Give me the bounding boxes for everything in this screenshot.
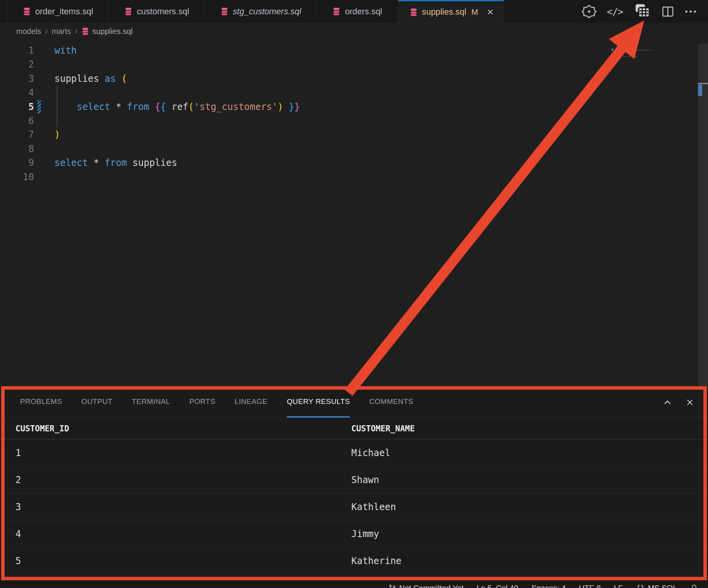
code-line-3: supplies as (	[54, 72, 300, 86]
results-table-body: 1Michael2Shawn3Kathleen4Jimmy5Katherine	[0, 439, 708, 574]
overview-ruler-modified-mark	[698, 84, 702, 96]
cell-customer-name: Michael	[351, 448, 708, 458]
cell-customer-name: Shawn	[351, 475, 708, 485]
code-line-10	[54, 170, 300, 184]
dbt-icon[interactable]	[581, 4, 597, 19]
status-label: Ln 5, Col 40	[477, 584, 518, 588]
modified-badge: M	[471, 7, 478, 17]
breadcrumb-item-file[interactable]: supplies.sql	[81, 27, 133, 36]
line-number: 8	[0, 142, 34, 156]
editor-toolbar: </>	[577, 0, 708, 23]
table-row[interactable]: 3Kathleen	[0, 493, 708, 520]
status-item-ln-5-col-40[interactable]: Ln 5, Col 40	[477, 584, 518, 588]
editor-tabs: order_items.sql customers.sql stg_custom…	[7, 0, 504, 23]
bottom-panel: PROBLEMSOUTPUTTERMINALPORTSLINEAGEQUERY …	[0, 387, 708, 580]
status-item-spaces-4[interactable]: Spaces: 4	[532, 584, 566, 588]
editor-tab-supplies.sql[interactable]: supplies.sqlM	[398, 0, 504, 23]
status-label: MS SQL	[648, 584, 677, 588]
database-icon	[220, 7, 229, 15]
compile-code-icon[interactable]: </>	[607, 6, 623, 17]
editor-tab-stg_customers.sql[interactable]: stg_customers.sql	[205, 0, 317, 23]
table-row[interactable]: 1Michael	[0, 439, 708, 466]
line-number: 2	[0, 57, 34, 71]
panel-tab-ports[interactable]: PORTS	[190, 387, 215, 417]
database-icon	[332, 7, 340, 15]
status-label: Not Committed Yet	[399, 584, 464, 588]
status-label: LF	[614, 584, 623, 588]
cell-customer-id: 2	[0, 475, 351, 485]
panel-tab-query-results[interactable]: QUERY RESULTS	[287, 387, 350, 417]
code-line-5: select * from {{ ref('stg_customers') }}	[623, 49, 652, 51]
code-line-2	[54, 57, 300, 71]
panel-maximize-chevron-icon[interactable]	[662, 397, 672, 407]
column-header-customer-name[interactable]: CUSTOMER_NAME	[351, 424, 708, 433]
minimap-modified-mark	[611, 49, 613, 51]
code-line-1: with	[54, 44, 300, 57]
breadcrumb-separator: ›	[45, 26, 47, 36]
editor-tab-orders.sql[interactable]: orders.sql	[317, 0, 398, 23]
database-icon	[124, 7, 132, 15]
cell-customer-id: 3	[0, 502, 351, 512]
status-item-ms-sql[interactable]: {}MS SQL	[636, 584, 677, 588]
tabbar-left-edge	[0, 0, 7, 23]
scrollbar-slider-edge	[698, 83, 708, 84]
status-item-lf[interactable]: LF	[614, 584, 623, 588]
line-number: 6	[0, 114, 34, 128]
tab-label: customers.sql	[137, 7, 189, 17]
cell-customer-id: 5	[0, 556, 351, 566]
status-item-bell-icon[interactable]	[690, 584, 698, 588]
split-editor-icon[interactable]	[661, 5, 675, 19]
panel-tab-lineage[interactable]: LINEAGE	[235, 387, 268, 417]
code-line-10	[623, 57, 652, 59]
code-line-7: )	[54, 128, 300, 142]
cell-customer-name: Jimmy	[351, 529, 708, 539]
line-number: 9	[0, 156, 34, 170]
cell-customer-id: 1	[0, 448, 351, 458]
panel-actions	[662, 387, 695, 418]
status-label: Spaces: 4	[532, 584, 566, 588]
table-row[interactable]: 2Shawn	[0, 466, 708, 493]
code-lines: with supplies as ( select * from {{ ref(…	[623, 42, 652, 59]
results-table-header: CUSTOMER_ID CUSTOMER_NAME	[0, 418, 708, 439]
query-results-icon[interactable]	[633, 3, 651, 20]
code-line-8	[54, 142, 300, 156]
line-number: 4	[0, 86, 34, 100]
code-line-9: select * from supplies	[54, 156, 300, 170]
status-label: UTF-8	[579, 584, 601, 588]
editor-tab-customers.sql[interactable]: customers.sql	[109, 0, 205, 23]
column-header-customer-id[interactable]: CUSTOMER_ID	[0, 424, 351, 433]
editor-tab-bar: order_items.sql customers.sql stg_custom…	[0, 0, 708, 23]
line-number: 5	[0, 100, 34, 114]
panel-close-icon[interactable]	[685, 397, 695, 407]
panel-tab-bar: PROBLEMSOUTPUTTERMINALPORTSLINEAGEQUERY …	[0, 387, 708, 418]
cell-customer-name: Kathleen	[351, 502, 708, 512]
code-lines: with supplies as ( select * from {{ ref(…	[54, 44, 300, 184]
breadcrumb-item-models[interactable]: models	[16, 27, 41, 36]
database-icon	[410, 8, 418, 16]
panel-tab-problems[interactable]: PROBLEMS	[20, 387, 62, 417]
status-item-not-committed-yet[interactable]: Not Committed Yet	[388, 584, 464, 588]
panel-tab-terminal[interactable]: TERMINAL	[132, 387, 170, 417]
panel-tab-output[interactable]: OUTPUT	[81, 387, 113, 417]
cell-customer-name: Katherine	[351, 556, 708, 566]
table-row[interactable]: 4Jimmy	[0, 520, 708, 547]
code-line-4	[54, 86, 300, 100]
breadcrumb-item-marts[interactable]: marts	[52, 27, 71, 36]
database-icon	[23, 7, 31, 15]
table-row[interactable]: 5Katherine	[0, 547, 708, 574]
breadcrumb-separator: ›	[75, 26, 78, 36]
code-editor[interactable]: 12345678910 with supplies as ( select * …	[0, 39, 708, 387]
braces-icon: {}	[636, 584, 645, 588]
close-icon[interactable]	[486, 8, 495, 16]
code-glyph: </>	[607, 6, 623, 17]
more-actions-icon[interactable]	[685, 10, 696, 14]
editor-tab-order_items.sql[interactable]: order_items.sql	[7, 0, 109, 23]
breadcrumb: models › marts › supplies.sql	[0, 24, 708, 39]
code-line-5: select * from {{ ref('stg_customers') }}	[54, 100, 300, 114]
database-icon	[81, 27, 89, 35]
bell-icon	[690, 584, 698, 588]
panel-tab-comments[interactable]: COMMENTS	[369, 387, 413, 417]
status-item-utf-8[interactable]: UTF-8	[579, 584, 601, 588]
line-number: 1	[0, 44, 34, 57]
code-line-6	[54, 114, 300, 128]
